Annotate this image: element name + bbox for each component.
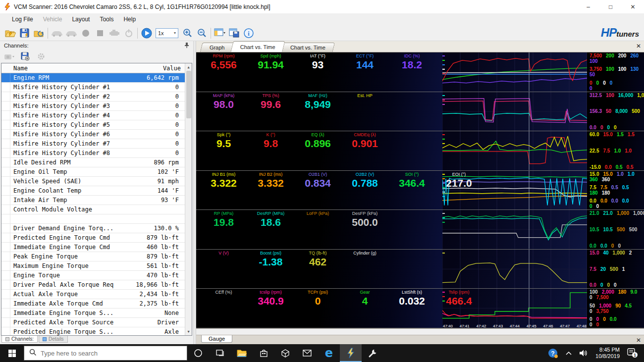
column-value[interactable]: Value — [137, 65, 192, 72]
chart-plot[interactable] — [442, 250, 587, 289]
footer-tab-details[interactable]: Details — [39, 336, 68, 343]
clock[interactable]: 8:45 PM 10/8/2019 — [591, 347, 624, 360]
task-view-button[interactable] — [209, 344, 231, 362]
channel-row[interactable]: Maximum Engine Torque561 lb·ft — [1, 261, 192, 271]
channel-row[interactable]: Predicted Engine Torque Cmd879 lb·ft — [1, 233, 192, 243]
channel-row[interactable]: Immediate Axle Torque Cmd2,375 lb·ft — [1, 299, 192, 309]
desktop: VCM Scanner: 2016 Chevrolet Camaro 2SS, … — [0, 0, 644, 362]
channel-value: 130.0 % — [133, 225, 192, 232]
channels-scrollbar[interactable]: ▲ ▼ — [185, 63, 192, 335]
channel-row[interactable]: Misfire History Cylinder #70 — [1, 139, 192, 149]
column-name[interactable]: Name — [1, 65, 137, 72]
menu-help[interactable]: Help — [118, 14, 141, 24]
channel-row[interactable]: Misfire History Cylinder #30 — [1, 102, 192, 111]
scrollbar-thumb[interactable] — [186, 71, 191, 118]
power-button[interactable] — [121, 27, 136, 40]
vehicle-read-button[interactable] — [50, 27, 64, 40]
tab-graph-0[interactable]: Graph — [200, 43, 234, 52]
polling-config-button[interactable] — [3, 51, 16, 62]
tab-chart-vs-time-1[interactable]: Chart vs. Time — [230, 41, 285, 52]
engine-button[interactable] — [107, 27, 121, 40]
menu-tools[interactable]: Tools — [95, 14, 118, 24]
tab-gauge[interactable]: Gauge — [201, 335, 232, 343]
close-icon[interactable]: ✕ — [636, 337, 641, 344]
file-explorer-button[interactable] — [231, 344, 253, 362]
channel-row[interactable]: Immediate Engine Torque Cmd460 lb·ft — [1, 243, 192, 252]
channel-row[interactable]: Misfire History Cylinder #10 — [1, 83, 192, 92]
channel-row[interactable]: Vehicle Speed (SAE)91 mph — [1, 177, 192, 186]
channel-row[interactable]: Engine Oil Temp102 'F — [1, 167, 192, 177]
axis-tick: 0 — [607, 282, 610, 288]
play-button[interactable] — [139, 27, 154, 40]
channel-row[interactable]: Misfire History Cylinder #60 — [1, 130, 192, 139]
maximize-button[interactable]: □ — [599, 0, 622, 13]
channel-row[interactable]: Misfire History Cylinder #80 — [1, 149, 192, 158]
vcm-scanner-taskbar-button[interactable] — [340, 344, 362, 362]
channel-row[interactable]: Misfire History Cylinder #50 — [1, 120, 192, 130]
chart-plot[interactable] — [442, 131, 587, 170]
channel-row[interactable]: Misfire History Cylinder #40 — [1, 111, 192, 120]
channel-row[interactable]: Peak Engine Torque879 lb·ft — [1, 252, 192, 261]
row-gutter — [1, 243, 10, 252]
start-button[interactable] — [0, 344, 24, 362]
channel-row[interactable]: Driver Demand Engine Torq...130.0 % — [1, 224, 192, 233]
save-layout-button[interactable] — [227, 27, 241, 40]
chart-plot[interactable] — [442, 210, 587, 249]
stop-button[interactable] — [93, 27, 107, 40]
search-input[interactable] — [41, 350, 182, 357]
zoom-in-button[interactable] — [180, 27, 195, 40]
playback-speed-select[interactable]: 1x▾ — [156, 28, 178, 38]
channel-row[interactable]: Predicted Engine Torque S...Axle — [1, 327, 192, 335]
channel-row[interactable]: Predicted Axle Torque SourceDriver — [1, 318, 192, 327]
channel-row[interactable] — [1, 214, 192, 224]
channel-row[interactable]: Engine Coolant Temp144 'F — [1, 186, 192, 196]
channel-row[interactable]: Driver Pedal Axle Torque Req18,966 lb·ft — [1, 280, 192, 290]
menu-vehicle[interactable]: Vehicle — [38, 14, 67, 24]
channel-row[interactable]: Idle Desired RPM896 rpm — [1, 158, 192, 167]
save-channels-button[interactable] — [19, 51, 32, 62]
cortana-button[interactable] — [187, 344, 209, 362]
action-center-icon[interactable]: 1 — [624, 344, 644, 362]
channel-row[interactable]: Engine RPM6,642 rpm — [1, 73, 192, 83]
channel-row[interactable]: Control Module Voltage — [1, 205, 192, 214]
taskbar-search[interactable] — [24, 346, 187, 361]
channel-row[interactable]: Immediate Engine Torque S...None — [1, 309, 192, 318]
tray-chevron-icon[interactable] — [562, 344, 576, 362]
footer-tab-channels[interactable]: Channels: — [1, 336, 38, 343]
channel-settings-button[interactable] — [35, 51, 48, 62]
save-log-button[interactable] — [17, 27, 32, 40]
tab-chart-vs-time-2[interactable]: Chart vs. Time — [281, 43, 335, 52]
channel-row[interactable]: Misfire History Cylinder #20 — [1, 92, 192, 102]
axis-tick: 4.5 — [625, 303, 632, 309]
channel-row[interactable]: Intake Air Temp93 'F — [1, 196, 192, 205]
dropbox-button[interactable] — [274, 344, 296, 362]
volume-icon[interactable] — [576, 344, 591, 362]
channel-label: tcslip (rpm) — [247, 290, 294, 295]
channel-row[interactable]: Engine Torque470 lb·ft — [1, 271, 192, 280]
menu-log-file[interactable]: Log File — [7, 14, 38, 24]
axis-tick: 7.5 — [590, 266, 596, 272]
zoom-out-button[interactable] — [195, 27, 209, 40]
close-icon[interactable]: ✕ — [636, 43, 641, 50]
store-button[interactable] — [253, 344, 274, 362]
row-gutter — [1, 83, 10, 92]
chart-plot[interactable] — [442, 92, 587, 131]
vehicle-write-button[interactable] — [64, 27, 78, 40]
help-tray-icon[interactable]: ? — [544, 344, 562, 362]
scroll-down-icon[interactable]: ▼ — [185, 328, 192, 335]
layout-button[interactable] — [213, 27, 227, 40]
channel-row[interactable]: Actual Axle Torque2,434 lb·ft — [1, 290, 192, 299]
pin-icon[interactable] — [184, 42, 189, 49]
info-button[interactable]: i — [241, 27, 256, 40]
record-button[interactable] — [78, 27, 93, 40]
open-log-button[interactable] — [3, 27, 17, 40]
scroll-up-icon[interactable]: ▲ — [185, 63, 192, 71]
menu-layout[interactable]: Layout — [67, 14, 95, 24]
reopen-log-button[interactable] — [32, 27, 46, 40]
chart-plot[interactable] — [442, 52, 587, 92]
tuner-tool-button[interactable] — [362, 344, 383, 362]
edge-button[interactable]: e — [318, 344, 340, 362]
close-button[interactable]: ✕ — [622, 0, 644, 13]
minimize-button[interactable]: – — [577, 0, 599, 13]
mail-button[interactable] — [296, 344, 318, 362]
